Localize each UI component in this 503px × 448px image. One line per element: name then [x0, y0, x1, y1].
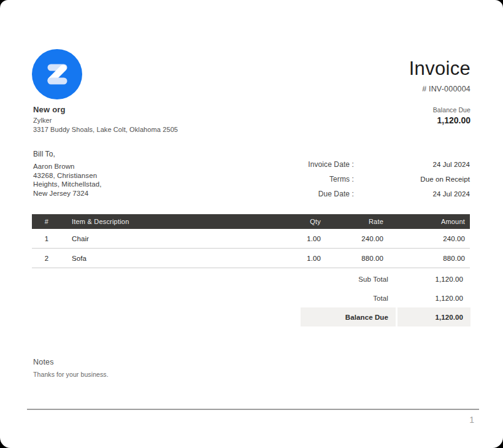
balance-due-value: 1,120.00 [409, 115, 470, 125]
invoice-date-label: Invoice Date : [274, 160, 354, 169]
total-value: 1,120.00 [397, 288, 470, 307]
total-row: Total 1,120.00 [301, 288, 470, 307]
column-header-rate: Rate [326, 218, 388, 225]
column-header-num: # [32, 218, 61, 225]
bill-to-address-line: Heights, Mitchellstad, [33, 180, 102, 189]
due-date-value: 24 Jul 2024 [354, 190, 470, 198]
invoice-number: # INV-000004 [409, 85, 470, 93]
notes-text: Thanks for your business. [33, 371, 109, 378]
subtotal-row: Sub Total 1,120.00 [301, 269, 470, 288]
total-label: Total [301, 288, 396, 307]
item-amount: 880.00 [388, 255, 470, 262]
meta-row-invoice-date: Invoice Date : 24 Jul 2024 [274, 157, 470, 172]
totals-section: Sub Total 1,120.00 Total 1,120.00 Balanc… [301, 269, 470, 326]
due-date-label: Due Date : [274, 190, 354, 198]
org-logo [32, 49, 82, 99]
page-number: 1 [469, 415, 474, 425]
bill-to-address-line: 43268, Christiansen [33, 171, 102, 180]
bill-to-address-line: New Jersey 7324 [33, 189, 102, 198]
invoice-document: New org Zylker 3317 Buddy Shoals, Lake C… [0, 0, 503, 448]
invoice-meta: Invoice Date : 24 Jul 2024 Terms : Due o… [274, 157, 470, 201]
items-table: # Item & Description Qty Rate Amount 1 C… [32, 214, 470, 268]
item-number: 2 [32, 255, 61, 262]
org-name: New org [33, 105, 178, 114]
bill-to-section: Bill To, Aaron Brown 43268, Christiansen… [33, 150, 102, 198]
org-info: New org Zylker 3317 Buddy Shoals, Lake C… [33, 105, 178, 134]
item-qty: 1.00 [264, 235, 326, 242]
balance-due-row-value: 1,120.00 [397, 307, 470, 326]
item-name: Chair [61, 235, 264, 242]
item-name: Sofa [61, 255, 264, 262]
item-qty: 1.00 [264, 255, 326, 262]
meta-row-due-date: Due Date : 24 Jul 2024 [274, 187, 470, 201]
table-row: 2 Sofa 1.00 880.00 880.00 [32, 249, 470, 268]
page-title: Invoice [409, 58, 470, 79]
invoice-header: Invoice # INV-000004 Balance Due 1,120.0… [409, 58, 470, 125]
footer-divider [27, 409, 479, 410]
item-rate: 240.00 [326, 235, 388, 242]
bill-to-label: Bill To, [33, 150, 102, 158]
balance-due-label: Balance Due [409, 106, 470, 114]
terms-label: Terms : [274, 175, 354, 183]
items-table-header: # Item & Description Qty Rate Amount [32, 214, 470, 229]
balance-due-row: Balance Due 1,120.00 [301, 307, 470, 326]
balance-due-row-label: Balance Due [301, 307, 396, 326]
column-header-qty: Qty [264, 218, 326, 225]
column-header-amount: Amount [388, 218, 470, 225]
invoice-date-value: 24 Jul 2024 [354, 161, 470, 168]
column-header-item: Item & Description [61, 218, 264, 225]
meta-row-terms: Terms : Due on Receipt [274, 172, 470, 187]
notes-section: Notes Thanks for your business. [33, 358, 109, 378]
subtotal-value: 1,120.00 [397, 269, 470, 288]
company-address: 3317 Buddy Shoals, Lake Colt, Oklahoma 2… [33, 125, 178, 134]
table-row: 1 Chair 1.00 240.00 240.00 [32, 229, 470, 249]
subtotal-label: Sub Total [301, 269, 396, 288]
terms-value: Due on Receipt [354, 176, 470, 183]
item-number: 1 [32, 235, 61, 242]
notes-label: Notes [33, 358, 109, 366]
bill-to-name: Aaron Brown [33, 162, 102, 171]
item-rate: 880.00 [326, 255, 388, 262]
company-name: Zylker [33, 116, 178, 125]
item-amount: 240.00 [388, 235, 470, 242]
z-logo-icon [32, 49, 82, 99]
